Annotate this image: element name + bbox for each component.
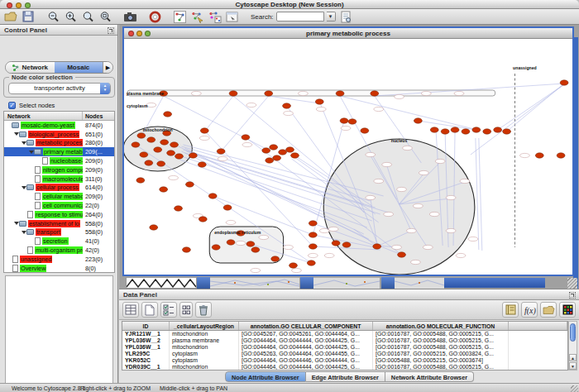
tree-expander-icon[interactable] xyxy=(13,222,19,225)
graph-node[interactable] xyxy=(283,103,291,108)
graph-node[interactable] xyxy=(175,206,183,211)
open-session-button[interactable] xyxy=(3,10,18,23)
scrollbar-thumb[interactable] xyxy=(570,323,576,342)
table-row[interactable]: YPL036W__2plasma membrane[GO:0044464, GO… xyxy=(122,337,567,344)
tab-mosaic[interactable]: Mosaic xyxy=(55,62,103,73)
tree-expander-icon[interactable] xyxy=(21,186,26,189)
first-neighbors-button[interactable] xyxy=(189,10,204,23)
graph-node[interactable] xyxy=(494,127,502,132)
tree-row-transport[interactable]: transport558(0) xyxy=(4,228,114,237)
import-attributes-button[interactable] xyxy=(540,302,557,318)
graph-node[interactable] xyxy=(414,118,422,123)
edge[interactable] xyxy=(476,138,479,250)
graph-node[interactable] xyxy=(200,128,208,133)
graph-node[interactable] xyxy=(251,247,260,252)
tab-network-attribute-browser[interactable]: Network Attribute Browser xyxy=(385,371,474,382)
select-attributes-button[interactable] xyxy=(160,302,177,318)
background-window-sliver[interactable] xyxy=(313,277,380,289)
zoom-out-button[interactable] xyxy=(45,10,60,23)
tree-row-nitrogen-compo[interactable]: nitrogen compo209(0) xyxy=(4,165,114,174)
float-panel-icon[interactable] xyxy=(569,292,576,299)
graph-node[interactable] xyxy=(262,148,270,153)
graph-node[interactable] xyxy=(279,150,287,155)
graph-node[interactable] xyxy=(307,261,315,265)
graph-node[interactable] xyxy=(315,99,323,104)
graph-node[interactable] xyxy=(557,153,565,158)
graph-node[interactable] xyxy=(140,152,148,157)
graph-node[interactable] xyxy=(154,147,162,152)
zoom-fit-button[interactable] xyxy=(98,10,112,23)
graph-node[interactable] xyxy=(340,118,348,123)
select-nodes-checkbox[interactable]: ✓ xyxy=(8,102,16,109)
tree-row-overview[interactable]: Overview8(0) xyxy=(4,264,114,273)
background-window-sliver[interactable] xyxy=(126,277,197,289)
graph-node[interactable] xyxy=(265,91,273,96)
table-scrollbar[interactable]: ▲ ▼ xyxy=(568,321,577,370)
help-button[interactable] xyxy=(147,10,162,23)
attribute-notebook-button[interactable] xyxy=(502,302,519,318)
snapshot-button[interactable] xyxy=(122,10,137,23)
tree-row-secretion[interactable]: secretion41(0) xyxy=(4,237,114,246)
heatmap-button[interactable] xyxy=(559,302,576,318)
network-view-window[interactable]: primary metabolic process plasma membran… xyxy=(122,26,574,276)
table-column-header[interactable]: _cellularLayoutRegion xyxy=(170,322,239,330)
tree-expander-icon[interactable] xyxy=(28,151,34,154)
background-window-sliver[interactable] xyxy=(300,277,313,289)
tab-edge-attribute-browser[interactable]: Edge Attribute Browser xyxy=(306,371,385,382)
graph-node[interactable] xyxy=(371,91,379,96)
table-row[interactable]: YDR039C__1mitochondrion[GO:0044464, GO:0… xyxy=(122,364,567,370)
graph-node[interactable] xyxy=(336,91,344,96)
tree-col-nodes[interactable]: Nodes xyxy=(83,112,114,120)
graph-node[interactable] xyxy=(271,256,280,261)
tree-row-metabolic-process[interactable]: metabolic process280(0) xyxy=(4,139,114,148)
background-window-sliver[interactable] xyxy=(395,277,444,289)
table-row[interactable]: YPL036W__1mitochondrion[GO:0044464, GO:0… xyxy=(122,344,567,351)
graph-node[interactable] xyxy=(229,91,237,96)
birds-eye-view[interactable] xyxy=(5,275,113,392)
network-canvas[interactable]: plasma membranecytoplasmmitochondrionnuc… xyxy=(124,39,572,275)
tree-row-cellular-metabo[interactable]: cellular metabo209(0) xyxy=(4,192,114,201)
graph-node[interactable] xyxy=(373,244,381,249)
tab-node-attribute-browser[interactable]: Node Attribute Browser xyxy=(225,371,306,382)
zoom-window-icon[interactable] xyxy=(25,2,31,8)
edge[interactable] xyxy=(418,121,476,130)
graph-node[interactable] xyxy=(189,153,197,158)
graph-node[interactable] xyxy=(175,154,184,159)
background-window-sliver[interactable] xyxy=(381,277,395,289)
annotation-wizard-button[interactable] xyxy=(224,10,239,23)
table-column-header[interactable]: annotation.GO MOLECULAR_FUNCTION xyxy=(373,322,509,330)
search-input[interactable] xyxy=(276,12,324,22)
tab-network[interactable]: Network xyxy=(6,62,55,73)
graph-node[interactable] xyxy=(266,158,274,163)
scroll-down-icon[interactable]: ▼ xyxy=(569,362,577,370)
graph-node[interactable] xyxy=(182,247,190,252)
graph-node[interactable] xyxy=(223,205,232,210)
graph-node[interactable] xyxy=(137,133,146,138)
table-row[interactable]: YKR052Ccytoplasm[GO:0044464, GO:0044446,… xyxy=(122,357,567,364)
table-column-header[interactable]: ID xyxy=(122,322,170,330)
graph-node[interactable] xyxy=(199,217,207,222)
graph-node[interactable] xyxy=(290,263,298,268)
graph-node[interactable] xyxy=(535,153,543,158)
tree-row-primary-metabo[interactable]: primary metabo209(... xyxy=(4,147,114,156)
region-plasma-membrane[interactable] xyxy=(127,90,495,96)
graph-node[interactable] xyxy=(170,142,179,147)
graph-node[interactable] xyxy=(246,241,255,246)
graph-node[interactable] xyxy=(145,160,153,165)
graph-node[interactable] xyxy=(332,241,340,246)
search-options-button[interactable] xyxy=(338,10,353,23)
graph-node[interactable] xyxy=(309,221,317,226)
attribute-table-button[interactable] xyxy=(122,302,139,318)
close-window-icon[interactable] xyxy=(7,2,12,8)
delete-attribute-button[interactable] xyxy=(195,302,212,318)
edge[interactable] xyxy=(269,96,320,103)
tree-row-cell-communicat[interactable]: cell communicat22(0) xyxy=(4,201,114,210)
tree-expander-icon[interactable] xyxy=(21,231,26,234)
edge[interactable] xyxy=(479,138,482,251)
table-column-header[interactable]: annotation.GO CELLULAR_COMPONENT xyxy=(239,322,373,330)
network-window-titlebar[interactable]: primary metabolic process xyxy=(124,28,572,39)
graph-node[interactable] xyxy=(472,127,481,132)
graph-node[interactable] xyxy=(291,153,299,158)
graph-node[interactable] xyxy=(160,140,169,145)
graph-node[interactable] xyxy=(147,137,156,142)
